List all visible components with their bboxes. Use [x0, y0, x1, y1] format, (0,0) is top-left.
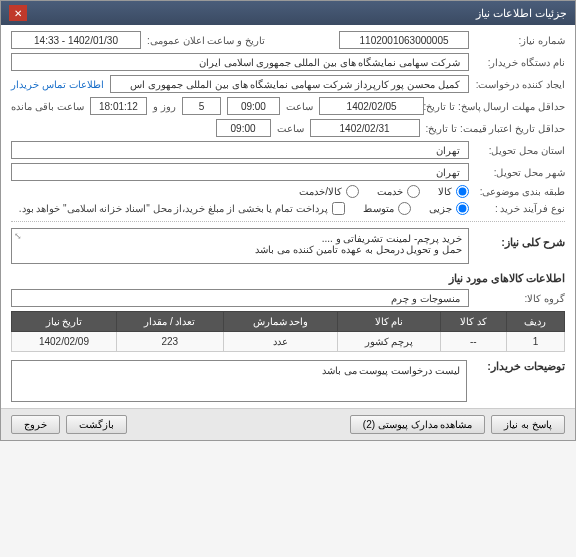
remaining-label: ساعت باقی مانده [11, 101, 84, 112]
announce-label: تاریخ و ساعت اعلان عمومی: [147, 35, 265, 46]
attachments-button[interactable]: مشاهده مدارک پیوستی (2) [350, 415, 486, 434]
cat-service-input[interactable] [407, 185, 420, 198]
cat-goods-radio[interactable]: کالا [438, 185, 469, 198]
buyer-notes-textarea[interactable]: لیست درخواست پیوست می باشد [11, 360, 467, 402]
td-unit: عدد [223, 332, 337, 352]
need-no-field: 1102001063000005 [339, 31, 469, 49]
city-label: شهر محل تحویل: [475, 167, 565, 178]
time-label-1: ساعت [286, 101, 313, 112]
cat-goods-label: کالا [438, 186, 452, 197]
buy-medium-label: متوسط [363, 203, 394, 214]
buy-medium-input[interactable] [398, 202, 411, 215]
detail-window: جزئیات اطلاعات نیاز ✕ شماره نیاز: 110200… [0, 0, 576, 441]
table-header-row: ردیف کد کالا نام کالا واحد شمارش تعداد /… [12, 312, 565, 332]
validity-label: حداقل تاریخ اعتبار قیمت: تا تاریخ: [426, 123, 565, 134]
footer-bar: پاسخ به نیاز مشاهده مدارک پیوستی (2) باز… [1, 408, 575, 440]
table-row[interactable]: 1 -- پرچم کشور عدد 223 1402/02/09 [12, 332, 565, 352]
buy-type-radios: جزیی متوسط [363, 202, 469, 215]
desc-textarea[interactable]: ⤡ خرید پرچم- لمینت تشریفاتی و .... حمل و… [11, 228, 469, 264]
buyer-org-label: نام دستگاه خریدار: [475, 57, 565, 68]
close-icon[interactable]: ✕ [9, 5, 27, 21]
window-title: جزئیات اطلاعات نیاز [476, 7, 567, 20]
deadline-time: 09:00 [227, 97, 280, 115]
content-area: شماره نیاز: 1102001063000005 تاریخ و ساع… [1, 25, 575, 408]
creator-field: کمیل محسن پور کارپرداز شرکت سهامی نمایشگ… [110, 75, 469, 93]
category-label: طبقه بندی موضوعی: [475, 186, 565, 197]
buy-small-input[interactable] [456, 202, 469, 215]
group-field: منسوجات و چرم [11, 289, 469, 307]
buy-small-radio[interactable]: جزیی [429, 202, 469, 215]
buy-medium-radio[interactable]: متوسط [363, 202, 411, 215]
separator-1 [11, 221, 565, 222]
cat-goods-input[interactable] [456, 185, 469, 198]
deadline-label: حداقل مهلت ارسال پاسخ: تا تاریخ: [430, 101, 565, 112]
respond-button[interactable]: پاسخ به نیاز [491, 415, 565, 434]
th-qty: تعداد / مقدار [116, 312, 223, 332]
desc-text: خرید پرچم- لمینت تشریفاتی و .... حمل و ت… [255, 233, 462, 255]
buyer-org-field: شرکت سهامی نمایشگاه های بین المللی جمهور… [11, 53, 469, 71]
city-field: تهران [11, 163, 469, 181]
back-button[interactable]: بازگشت [66, 415, 127, 434]
th-unit: واحد شمارش [223, 312, 337, 332]
cat-service-radio[interactable]: خدمت [377, 185, 420, 198]
cat-goods-service-input[interactable] [346, 185, 359, 198]
buy-small-label: جزیی [429, 203, 452, 214]
deadline-date: 1402/02/05 [319, 97, 424, 115]
creator-label: ایجاد کننده درخواست: [475, 79, 565, 90]
cat-service-label: خدمت [377, 186, 403, 197]
items-table: ردیف کد کالا نام کالا واحد شمارش تعداد /… [11, 311, 565, 352]
days-value: 5 [182, 97, 221, 115]
td-name: پرچم کشور [338, 332, 441, 352]
td-qty: 223 [116, 332, 223, 352]
partial-pay-input[interactable] [332, 202, 345, 215]
contact-link[interactable]: اطلاعات تماس خریدار [11, 79, 104, 90]
titlebar: جزئیات اطلاعات نیاز ✕ [1, 1, 575, 25]
items-header: اطلاعات کالاهای مورد نیاز [11, 272, 565, 285]
cat-goods-service-radio[interactable]: کالا/خدمت [299, 185, 359, 198]
th-name: نام کالا [338, 312, 441, 332]
desc-label: شرح کلی نیاز: [475, 236, 565, 249]
cat-goods-service-label: کالا/خدمت [299, 186, 342, 197]
resize-handle-icon[interactable]: ⤡ [14, 231, 22, 241]
validity-time: 09:00 [216, 119, 271, 137]
exit-button[interactable]: خروج [11, 415, 60, 434]
province-label: استان محل تحویل: [475, 145, 565, 156]
announce-field: 1402/01/30 - 14:33 [11, 31, 141, 49]
validity-date: 1402/02/31 [310, 119, 420, 137]
group-label: گروه کالا: [475, 293, 565, 304]
need-no-label: شماره نیاز: [475, 35, 565, 46]
category-radios: کالا خدمت کالا/خدمت [299, 185, 469, 198]
partial-pay-label: پرداخت تمام یا بخشی از مبلغ خرید،از محل … [19, 203, 328, 214]
td-idx: 1 [506, 332, 564, 352]
buyer-notes-text: لیست درخواست پیوست می باشد [322, 365, 460, 376]
partial-pay-check[interactable]: پرداخت تمام یا بخشی از مبلغ خرید،از محل … [19, 202, 345, 215]
buyer-notes-label: توضیحات خریدار: [475, 360, 565, 373]
th-date: تاریخ نیاز [12, 312, 117, 332]
td-date: 1402/02/09 [12, 332, 117, 352]
th-code: کد کالا [440, 312, 506, 332]
th-idx: ردیف [506, 312, 564, 332]
buy-type-label: نوع فرآیند خرید : [475, 203, 565, 214]
province-field: تهران [11, 141, 469, 159]
time-label-2: ساعت [277, 123, 304, 134]
days-and-label: روز و [153, 101, 176, 112]
remaining-time: 18:01:12 [90, 97, 148, 115]
td-code: -- [440, 332, 506, 352]
